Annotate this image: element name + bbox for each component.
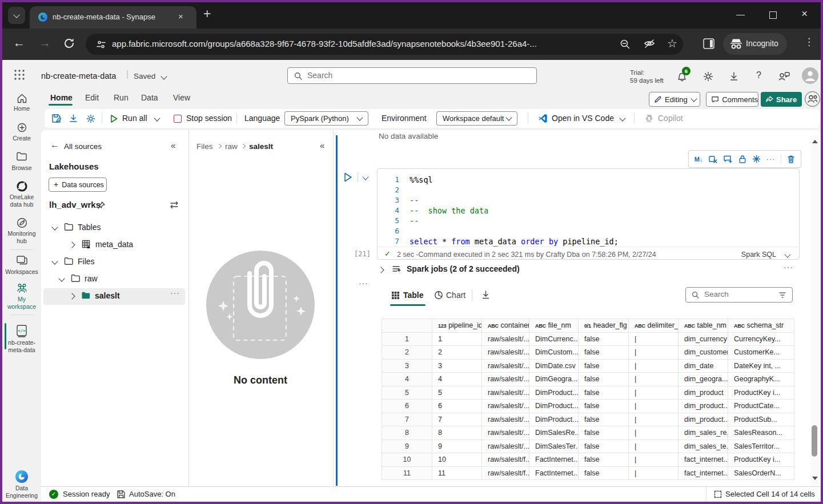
manage-access-button[interactable] bbox=[805, 91, 820, 107]
incognito-badge[interactable]: Incognito bbox=[723, 33, 787, 55]
notebook-title[interactable]: nb-create-meta-data bbox=[41, 71, 116, 80]
grid-cell[interactable]: | bbox=[629, 413, 679, 426]
side-panel-icon[interactable] bbox=[702, 38, 716, 50]
download-results-icon[interactable] bbox=[481, 290, 491, 300]
grid-cell[interactable]: SalesOrderN... bbox=[728, 466, 794, 480]
grid-cell[interactable]: DimGeogra... bbox=[529, 373, 579, 386]
grid-cell[interactable]: dim_sales_te... bbox=[679, 440, 728, 453]
grid-cell[interactable]: raw/saleslt/... bbox=[482, 413, 529, 426]
url-text[interactable]: app.fabric.microsoft.com/groups/a668a328… bbox=[112, 39, 537, 49]
environment-dropdown[interactable]: Workspace default bbox=[436, 111, 517, 126]
browser-tab[interactable]: nb-create-meta-data - Synapse × bbox=[30, 6, 196, 29]
grid-cell[interactable]: 7 bbox=[432, 413, 482, 426]
editing-mode-button[interactable]: Editing bbox=[649, 92, 700, 107]
save-icon[interactable] bbox=[51, 114, 62, 124]
grid-cell[interactable]: ProductSub... bbox=[728, 413, 794, 426]
output-more-icon[interactable]: ··· bbox=[359, 279, 368, 288]
grid-cell[interactable]: ProductKey i... bbox=[728, 386, 794, 400]
grid-cell[interactable]: raw/saleslt/... bbox=[482, 426, 529, 440]
grid-cell[interactable]: | bbox=[629, 373, 679, 386]
window-minimize-button[interactable]: — bbox=[736, 9, 745, 19]
data-sources-button[interactable]: + Data sources bbox=[49, 178, 107, 192]
zoom-out-icon[interactable] bbox=[619, 38, 631, 50]
grid-cell[interactable]: FactInternet... bbox=[529, 453, 579, 467]
grid-cell[interactable]: 2 bbox=[432, 346, 482, 360]
grid-cell[interactable]: dim_date bbox=[679, 359, 728, 373]
tab-data[interactable]: Data bbox=[141, 93, 158, 102]
autosave-label[interactable]: AutoSave: On bbox=[129, 490, 175, 498]
data-engineering-icon[interactable] bbox=[14, 470, 29, 483]
grid-cell[interactable]: raw/saleslt/... bbox=[482, 386, 529, 400]
grid-row-number[interactable]: 3 bbox=[382, 359, 432, 373]
grid-cell[interactable]: DimSalesTer... bbox=[529, 440, 579, 453]
breadcrumb-raw[interactable]: raw bbox=[225, 142, 238, 151]
tab-edit[interactable]: Edit bbox=[85, 93, 99, 102]
grid-cell[interactable]: raw/saleslt/f... bbox=[482, 453, 529, 467]
session-status-label[interactable]: Session ready bbox=[63, 490, 110, 498]
grid-row[interactable]: 1010raw/saleslt/f...FactInternet...false… bbox=[382, 453, 794, 467]
grid-cell[interactable]: dim_currency bbox=[679, 332, 728, 346]
forward-button[interactable]: → bbox=[39, 36, 51, 50]
grid-row-number[interactable]: 7 bbox=[382, 413, 432, 426]
grid-row-number[interactable]: 9 bbox=[382, 440, 432, 453]
grid-cell[interactable]: | bbox=[629, 466, 679, 480]
copilot-label[interactable]: Copilot bbox=[658, 114, 683, 123]
grid-cell[interactable]: ProductKey i... bbox=[728, 453, 794, 467]
cell-language-badge[interactable]: Spark SQL bbox=[741, 251, 776, 259]
cell-language-chevron[interactable] bbox=[784, 251, 790, 257]
results-search-input[interactable] bbox=[703, 289, 777, 299]
grid-cell[interactable]: dim_product bbox=[679, 386, 728, 400]
tab-search-button[interactable] bbox=[8, 7, 25, 24]
stop-session-label[interactable]: Stop session bbox=[186, 114, 232, 123]
grid-cell[interactable]: dim_sales_re... bbox=[679, 426, 728, 440]
grid-cell[interactable]: fact_internet... bbox=[679, 453, 728, 467]
grid-row-number[interactable]: 10 bbox=[382, 453, 432, 467]
grid-row[interactable]: 1111raw/saleslt/f...FactInternet...false… bbox=[382, 466, 794, 480]
grid-column-header[interactable]: ABCfile_nm bbox=[529, 319, 579, 333]
grid-cell[interactable]: raw/saleslt/... bbox=[482, 400, 529, 413]
grid-row[interactable]: 44raw/saleslt/...DimGeogra...false|dim_g… bbox=[382, 373, 794, 386]
rail-notebook-label[interactable]: nb-create- bbox=[2, 339, 41, 346]
grid-cell[interactable]: 4 bbox=[432, 373, 482, 386]
eye-hidden-icon[interactable] bbox=[643, 38, 656, 50]
grid-cell[interactable]: dim_product... bbox=[679, 400, 728, 413]
global-search-box[interactable] bbox=[287, 67, 537, 84]
grid-cell[interactable]: DimProduct... bbox=[529, 413, 579, 426]
grid-column-header[interactable]: 0/1header_flg bbox=[579, 319, 629, 333]
grid-cell[interactable]: raw/saleslt/... bbox=[482, 373, 529, 386]
site-settings-icon[interactable] bbox=[95, 39, 107, 50]
notebook-item-icon[interactable]: </> bbox=[15, 324, 28, 338]
rail-onelake-label2[interactable]: data hub bbox=[2, 201, 41, 208]
grid-cell[interactable]: FactInternet... bbox=[529, 466, 579, 480]
rail-onelake-label[interactable]: OneLake bbox=[2, 193, 41, 200]
grid-row[interactable]: 22raw/saleslt/...DimCustom...false|dim_c… bbox=[382, 346, 794, 360]
rail-browse-label[interactable]: Browse bbox=[2, 164, 41, 171]
grid-cell[interactable]: dim_customer bbox=[679, 346, 728, 360]
grid-cell[interactable]: SalesTerritor... bbox=[728, 440, 794, 453]
grid-cell[interactable]: 6 bbox=[432, 400, 482, 413]
grid-cell[interactable]: DimCurrenc... bbox=[529, 332, 579, 346]
scroll-down-arrow[interactable] bbox=[812, 477, 818, 480]
grid-cell[interactable]: | bbox=[629, 359, 679, 373]
grid-row-number[interactable]: 5 bbox=[382, 386, 432, 400]
grid-cell[interactable]: 3 bbox=[432, 359, 482, 373]
tab-run[interactable]: Run bbox=[114, 93, 129, 102]
grid-cell[interactable]: raw/saleslt/... bbox=[482, 359, 529, 373]
open-vscode-label[interactable]: Open in VS Code bbox=[552, 114, 614, 123]
freeze-cell-icon[interactable] bbox=[752, 155, 761, 163]
grid-cell[interactable]: DateKey int, ... bbox=[728, 359, 794, 373]
tree-item-meta-data[interactable]: meta_data bbox=[95, 240, 133, 249]
settings-gear-icon[interactable] bbox=[702, 71, 714, 82]
run-all-play-icon[interactable] bbox=[110, 114, 118, 123]
filter-icon[interactable] bbox=[778, 292, 786, 299]
tree-item-tables[interactable]: Tables bbox=[78, 223, 101, 232]
grid-cell[interactable]: 1 bbox=[432, 332, 482, 346]
grid-column-header[interactable]: 123pipeline_id bbox=[432, 319, 482, 333]
delete-cell-icon[interactable] bbox=[787, 155, 795, 164]
comments-button[interactable]: Comments bbox=[706, 92, 758, 107]
rail-monitoring-label2[interactable]: hub bbox=[2, 237, 41, 244]
avatar[interactable] bbox=[802, 67, 818, 84]
clear-output-icon[interactable] bbox=[708, 155, 717, 164]
downloads-icon[interactable] bbox=[729, 71, 739, 82]
grid-column-header[interactable]: ABCtable_nm bbox=[679, 319, 728, 333]
